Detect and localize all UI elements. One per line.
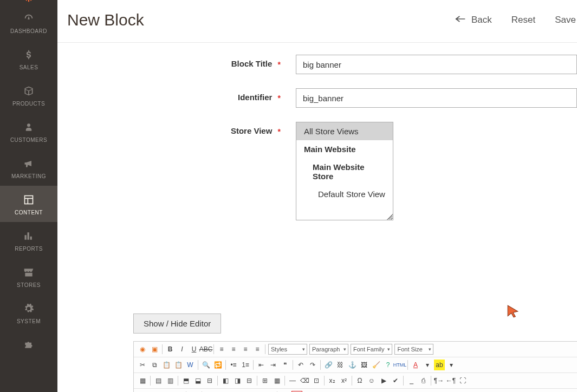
editor-toolbar-row4: ▭ ⬈ ⬋ ◱ A CITE ABBR A.C. A A ⚙ ¶ N ⎘ bbox=[134, 389, 577, 392]
row-after-icon[interactable]: ⬓ bbox=[192, 375, 203, 386]
sidebar-item-sales[interactable]: SALES bbox=[0, 41, 57, 77]
delete-col-icon[interactable]: ⊟ bbox=[244, 375, 255, 386]
hr-icon[interactable]: — bbox=[287, 375, 298, 386]
sidebar-item-dashboard[interactable]: DASHBOARD bbox=[0, 4, 57, 41]
sidebar-item-products[interactable]: PRODUCTS bbox=[0, 77, 57, 113]
visualaid-icon[interactable]: ⊡ bbox=[311, 375, 322, 386]
store-view-select[interactable]: All Store Views Main Website Main Websit… bbox=[296, 122, 393, 220]
align-left-icon[interactable]: ≡ bbox=[216, 344, 227, 355]
sup-icon[interactable]: x² bbox=[339, 375, 349, 386]
align-right-icon[interactable]: ≡ bbox=[240, 344, 251, 355]
align-center-icon[interactable]: ≡ bbox=[228, 344, 239, 355]
sidebar-item-content[interactable]: CONTENT bbox=[0, 186, 57, 222]
dropdown-icon[interactable]: ▾ bbox=[446, 360, 457, 370]
row-store-view: Store View * All Store Views Main Websit… bbox=[57, 122, 577, 220]
italic-icon[interactable]: I bbox=[177, 344, 187, 355]
delete-row-icon[interactable]: ⊟ bbox=[204, 375, 215, 386]
fontsize-select[interactable]: Font Size bbox=[394, 344, 433, 355]
emoticons-icon[interactable]: ☺ bbox=[366, 375, 377, 386]
iespell-icon[interactable]: ✔ bbox=[390, 375, 401, 386]
cut-icon[interactable]: ✂ bbox=[137, 360, 148, 370]
rtl-icon[interactable]: ←¶ bbox=[445, 375, 456, 386]
sidebar-item-reports[interactable]: REPORTS bbox=[0, 222, 57, 258]
split-cells-icon[interactable]: ⊞ bbox=[260, 375, 270, 386]
identifier-input[interactable] bbox=[296, 88, 577, 108]
label-block-title: Block Title * bbox=[57, 55, 296, 69]
unlink-icon[interactable]: ⛓ bbox=[335, 360, 346, 370]
main-panel: New Block Back Reset Save Block Title * bbox=[57, 0, 577, 392]
row-props-icon[interactable]: ▤ bbox=[153, 375, 164, 386]
anchor-icon[interactable]: ⚓ bbox=[347, 360, 358, 370]
remove-format-icon[interactable]: ⌫ bbox=[299, 375, 310, 386]
advhr-icon[interactable]: ⎯ bbox=[406, 375, 417, 386]
barchart-icon bbox=[22, 230, 35, 243]
table-icon[interactable]: ▦ bbox=[137, 375, 148, 386]
page-actions: Back Reset Save bbox=[455, 15, 577, 25]
paste-text-icon[interactable]: 📋 bbox=[173, 360, 184, 370]
forecolor-icon[interactable]: A bbox=[410, 360, 421, 370]
sub-icon[interactable]: x₂ bbox=[327, 375, 338, 386]
blockquote-icon[interactable]: ❝ bbox=[280, 360, 290, 370]
bullet-list-icon[interactable]: •≡ bbox=[228, 360, 239, 370]
magento-logo-icon bbox=[0, 0, 57, 4]
redo-icon[interactable]: ↷ bbox=[307, 360, 318, 370]
strikethrough-icon[interactable]: ABC bbox=[200, 344, 211, 355]
dropdown-icon[interactable]: ▾ bbox=[422, 360, 433, 370]
format-select[interactable]: Paragraph bbox=[309, 344, 348, 355]
store-option-view[interactable]: Default Store View bbox=[296, 185, 393, 203]
col-after-icon[interactable]: ◨ bbox=[232, 375, 243, 386]
toggle-editor-button[interactable]: Show / Hide Editor bbox=[133, 313, 221, 334]
sidebar-item-extensions[interactable] bbox=[0, 331, 57, 351]
magento-widget-icon[interactable]: ▣ bbox=[149, 344, 160, 355]
dashboard-icon bbox=[22, 12, 35, 25]
merge-cells-icon[interactable]: ▦ bbox=[271, 375, 282, 386]
save-button[interactable]: Save bbox=[555, 15, 576, 25]
number-list-icon[interactable]: 1≡ bbox=[240, 360, 251, 370]
svg-rect-0 bbox=[25, 196, 33, 204]
copy-icon[interactable]: ⧉ bbox=[149, 360, 160, 370]
media-icon[interactable]: ▶ bbox=[378, 375, 389, 386]
link-icon[interactable]: 🔗 bbox=[323, 360, 334, 370]
charmap-icon[interactable]: Ω bbox=[354, 375, 365, 386]
styles-select[interactable]: Styles bbox=[268, 344, 307, 355]
indent-icon[interactable]: ⇥ bbox=[268, 360, 278, 370]
bold-icon[interactable]: B bbox=[165, 344, 176, 355]
code-icon[interactable]: HTML bbox=[394, 360, 405, 370]
help-icon[interactable]: ? bbox=[382, 360, 393, 370]
cleanup-icon[interactable]: 🧹 bbox=[371, 360, 381, 370]
sidebar-item-label: CUSTOMERS bbox=[10, 137, 47, 143]
outdent-icon[interactable]: ⇤ bbox=[256, 360, 267, 370]
widget-icon[interactable]: ◉ bbox=[137, 344, 148, 355]
align-justify-icon[interactable]: ≡ bbox=[252, 344, 263, 355]
sidebar-item-customers[interactable]: CUSTOMERS bbox=[0, 113, 57, 149]
store-option-store[interactable]: Main Website Store bbox=[296, 158, 393, 185]
sidebar-item-system[interactable]: SYSTEM bbox=[0, 295, 57, 331]
paste-word-icon[interactable]: W bbox=[185, 360, 196, 370]
backcolor-icon[interactable]: ab bbox=[434, 360, 445, 370]
fontfamily-select[interactable]: Font Family bbox=[351, 344, 392, 355]
undo-icon[interactable]: ↶ bbox=[295, 360, 306, 370]
image-icon[interactable]: 🖼 bbox=[359, 360, 369, 370]
layout-icon bbox=[22, 193, 35, 206]
underline-icon[interactable]: U bbox=[189, 344, 199, 355]
back-button[interactable]: Back bbox=[455, 15, 492, 25]
find-icon[interactable]: 🔍 bbox=[200, 360, 211, 370]
reset-button[interactable]: Reset bbox=[511, 15, 535, 25]
ltr-icon[interactable]: ¶→ bbox=[433, 375, 444, 386]
block-title-input[interactable] bbox=[296, 55, 577, 74]
sidebar-item-label: CONTENT bbox=[15, 210, 43, 215]
row-identifier: Identifier * bbox=[57, 88, 577, 108]
row-before-icon[interactable]: ⬒ bbox=[180, 375, 191, 386]
print-icon[interactable]: ⎙ bbox=[418, 375, 429, 386]
store-option-website[interactable]: Main Website bbox=[296, 140, 393, 158]
cell-props-icon[interactable]: ▥ bbox=[165, 375, 176, 386]
col-before-icon[interactable]: ◧ bbox=[220, 375, 231, 386]
paste-icon[interactable]: 📋 bbox=[161, 360, 172, 370]
fullscreen-icon[interactable]: ⛶ bbox=[457, 375, 468, 386]
replace-icon[interactable]: 🔁 bbox=[212, 360, 223, 370]
store-option-all[interactable]: All Store Views bbox=[296, 122, 393, 140]
row-block-title: Block Title * bbox=[57, 55, 577, 74]
sidebar-item-label: SALES bbox=[20, 64, 38, 70]
sidebar-item-stores[interactable]: STORES bbox=[0, 258, 57, 295]
sidebar-item-marketing[interactable]: MARKETING bbox=[0, 149, 57, 186]
